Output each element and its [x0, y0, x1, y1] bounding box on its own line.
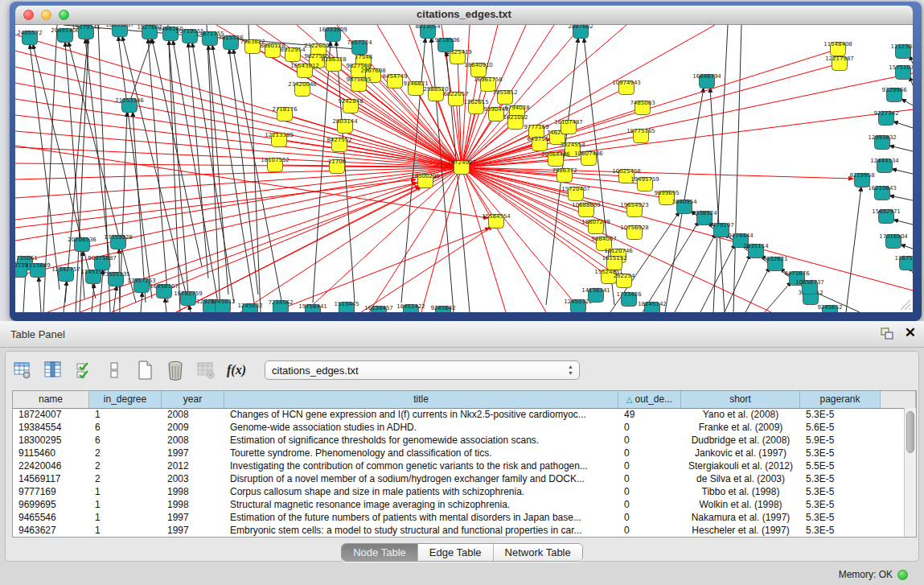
- graph-node[interactable]: 18451422: [396, 303, 425, 312]
- graph-node[interactable]: 1245032: [237, 303, 262, 312]
- graph-node[interactable]: 15584554: [482, 213, 511, 229]
- graph-node-label: 14136141: [581, 287, 610, 294]
- delete-rows-trash-button[interactable]: [165, 360, 186, 381]
- window-titlebar[interactable]: citations_edges.txt: [15, 6, 913, 25]
- window-resize-grip[interactable]: [900, 299, 911, 311]
- graph-node[interactable]: 18640910: [464, 62, 493, 77]
- graph-node[interactable]: 9329966: [881, 87, 907, 102]
- graph-node[interactable]: 20364486: [541, 151, 570, 167]
- graph-node[interactable]: 12093832: [868, 134, 897, 150]
- column-header-name[interactable]: name: [13, 391, 89, 408]
- tab-edge-table[interactable]: Edge Table: [418, 544, 494, 561]
- memory-status-button[interactable]: Memory: OK: [834, 568, 913, 581]
- graph-edge: [765, 282, 791, 312]
- graph-node[interactable]: 19654923: [620, 202, 649, 217]
- graph-node-label: 18640910: [464, 62, 493, 68]
- citation-network-graph[interactable]: 1872400779638228860128891295423226058982…: [15, 25, 913, 312]
- graph-node[interactable]: 10807486: [574, 150, 603, 166]
- close-panel-icon[interactable]: ✕: [905, 326, 916, 340]
- table-select-dropdown[interactable]: citations_edges.txt ▲▼: [265, 360, 580, 380]
- select-rows-button[interactable]: [73, 360, 94, 381]
- graph-node[interactable]: 252254: [614, 273, 635, 288]
- graph-edge: [148, 39, 168, 303]
- graph-node[interactable]: 7485083: [630, 100, 655, 115]
- table-row[interactable]: 969969511998Structural magnetic resonanc…: [13, 498, 904, 511]
- graph-node[interactable]: 15751074: [889, 64, 913, 80]
- graph-node[interactable]: 12342757: [51, 266, 80, 282]
- vertical-scrollbar[interactable]: [904, 408, 916, 537]
- graph-node-label: 2803144: [332, 118, 358, 125]
- column-header-year[interactable]: year: [162, 391, 224, 408]
- graph-node[interactable]: 8186328: [321, 56, 346, 72]
- graph-node[interactable]: 10688609: [572, 202, 601, 217]
- graph-node[interactable]: 9227342: [873, 110, 898, 126]
- graph-node[interactable]: 19758441: [298, 303, 327, 312]
- table-row[interactable]: 977716911998Corpus callosum shape and si…: [13, 485, 904, 498]
- table-row[interactable]: 1830029562008Estimation of significance …: [13, 434, 904, 447]
- graph-edge: [892, 169, 913, 174]
- graph-node[interactable]: 18107552: [261, 157, 290, 172]
- graph-node[interactable]: 12444134: [870, 158, 899, 173]
- graph-node[interactable]: 2405572: [17, 30, 42, 45]
- graph-node[interactable]: 11548408: [823, 41, 852, 56]
- table-row[interactable]: 1872400712008Changes of HCN gene express…: [13, 408, 904, 421]
- table-row[interactable]: 1456911722003Disruption of a novel membe…: [13, 472, 904, 485]
- graph-node[interactable]: 1513445: [334, 301, 359, 312]
- table-cell-out_de: 0: [618, 434, 681, 447]
- scrollbar-thumb[interactable]: [906, 411, 914, 453]
- column-header-title[interactable]: title: [224, 391, 618, 408]
- row-height-button[interactable]: [104, 360, 125, 381]
- graph-node[interactable]: 7857224: [347, 39, 372, 55]
- table-row[interactable]: 946554611997Estimation of the future num…: [13, 511, 904, 524]
- delete-table-button[interactable]: [195, 360, 216, 381]
- tab-node-table[interactable]: Node Table: [342, 544, 418, 561]
- table-row[interactable]: 946362711997Embryonic stem cells: a mode…: [13, 524, 904, 537]
- table-cell-pagerank: 5.3E-5: [800, 498, 881, 511]
- graph-node[interactable]: 16648794: [692, 73, 721, 89]
- graph-node-label: 15720407: [561, 186, 590, 192]
- graph-node[interactable]: 9245652: [817, 304, 842, 312]
- graph-node[interactable]: 12450322: [564, 299, 593, 312]
- graph-node[interactable]: 12217987: [825, 56, 854, 71]
- graph-node[interactable]: 16033809: [318, 27, 347, 42]
- table-row[interactable]: 1938455462009Genome-wide association stu…: [13, 421, 904, 434]
- graph-node[interactable]: 20206536: [68, 237, 97, 252]
- graph-node[interactable]: 15692971: [872, 208, 901, 224]
- graph-node[interactable]: 7632621: [762, 256, 787, 271]
- column-chooser-button[interactable]: [43, 360, 64, 381]
- graph-node[interactable]: 16210643: [868, 185, 897, 200]
- new-document-button[interactable]: [134, 360, 155, 381]
- float-panel-button[interactable]: [881, 328, 893, 340]
- table-cell-name: 9699695: [13, 498, 89, 511]
- network-canvas[interactable]: 1872400779638228860128891295423226058982…: [15, 25, 913, 312]
- graph-node[interactable]: 23420046: [288, 81, 317, 97]
- graph-node[interactable]: 8912954: [280, 47, 306, 62]
- graph-node-label: 16210643: [868, 185, 897, 192]
- column-header-short[interactable]: short: [681, 391, 800, 408]
- graph-node[interactable]: 13505135: [101, 271, 130, 286]
- graph-node[interactable]: 1112304: [890, 43, 913, 59]
- graph-node[interactable]: 11700: [328, 159, 346, 174]
- graph-node[interactable]: 2887682: [568, 25, 593, 39]
- tab-network-table[interactable]: Network Table: [494, 544, 582, 561]
- graph-node[interactable]: 9245642: [430, 305, 455, 312]
- graph-node[interactable]: 18775165: [626, 128, 655, 143]
- graph-node[interactable]: 21053346: [115, 97, 144, 113]
- table-settings-button[interactable]: [12, 360, 33, 381]
- graph-node[interactable]: 90975887: [88, 255, 117, 270]
- graph-node[interactable]: 7955812: [492, 89, 517, 105]
- graph-node[interactable]: 1167534: [894, 255, 913, 270]
- graph-node[interactable]: 9875685: [346, 76, 371, 92]
- graph-node-label: 18107552: [261, 157, 290, 163]
- graph-node[interactable]: 2803144: [332, 118, 358, 134]
- function-builder-button[interactable]: f(x): [226, 360, 247, 381]
- column-header-in_degree[interactable]: in_degree: [89, 391, 162, 408]
- table-row[interactable]: 2242004622012Investigating the contribut…: [13, 459, 904, 472]
- graph-node[interactable]: 18245142: [638, 301, 667, 312]
- graph-node[interactable]: 10756928: [620, 225, 649, 240]
- table-row[interactable]: 911546021997Tourette syndrome. Phenomeno…: [13, 447, 904, 459]
- column-header-out_de[interactable]: △out_de...: [618, 391, 681, 408]
- graph-node[interactable]: 16134457: [364, 305, 393, 312]
- column-header-pagerank[interactable]: pagerank: [800, 391, 881, 408]
- graph-node[interactable]: 8427552: [326, 137, 351, 152]
